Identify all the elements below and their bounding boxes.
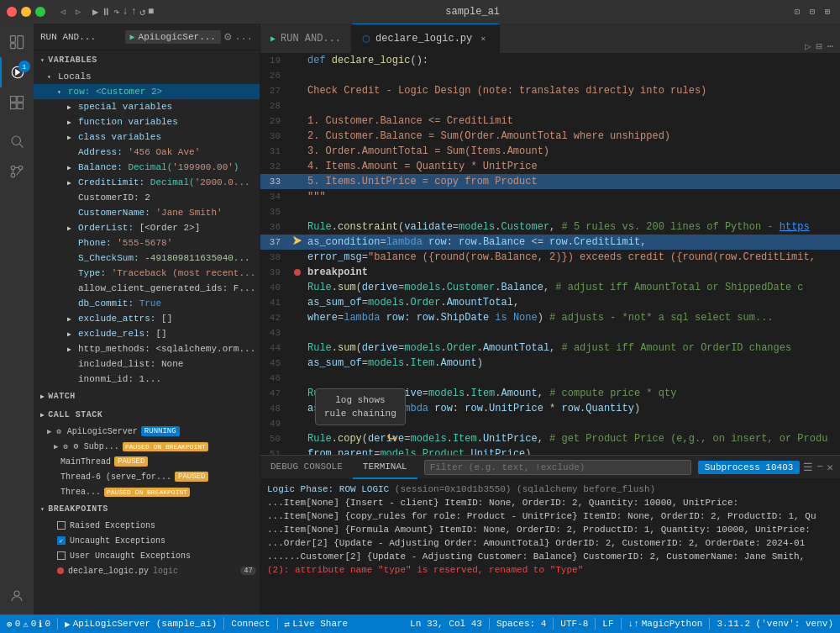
- creditlimit-chevron: ▶: [67, 179, 76, 187]
- filter-input[interactable]: [424, 460, 691, 475]
- var-special[interactable]: ▶ special variables: [34, 99, 260, 114]
- code-line-48: 48 as_expression=lambda row: row.UnitPri…: [260, 401, 840, 416]
- var-inonmi[interactable]: inonmi_id: 1...: [34, 372, 260, 387]
- activity-git[interactable]: [0, 156, 34, 187]
- bp-raised[interactable]: Raised Exceptions: [34, 518, 260, 533]
- ln-40: 40: [260, 280, 291, 295]
- activity-explorer[interactable]: [0, 27, 34, 57]
- minimize-button[interactable]: [21, 7, 31, 17]
- status-errors[interactable]: ⊗ 0 ⚠ 0 ℹ 0: [7, 619, 50, 630]
- variables-header[interactable]: ▾ VARIABLES: [34, 50, 260, 69]
- status-connect[interactable]: Connect: [231, 619, 270, 629]
- var-exclude-rels[interactable]: ▶ exclude_rels: []: [34, 326, 260, 341]
- more-icon[interactable]: ...: [234, 31, 253, 43]
- cs-mainthread[interactable]: MainThread PAUSED: [34, 454, 260, 469]
- debug-step-out[interactable]: ↑: [131, 6, 137, 18]
- var-function[interactable]: ▶ function variables: [34, 114, 260, 129]
- watch-label: WATCH: [48, 392, 76, 401]
- code-line-34: 34 """: [260, 189, 840, 204]
- status-share[interactable]: ⇄ Live Share: [285, 619, 349, 630]
- tab-close-icon[interactable]: ✕: [477, 33, 489, 45]
- split-icon[interactable]: ⊟: [806, 6, 818, 18]
- var-type[interactable]: Type: 'Traceback (most recent...: [34, 266, 260, 281]
- var-creditlimit[interactable]: ▶ CreditLimit: Decimal('2000.0...: [34, 175, 260, 190]
- list-icon[interactable]: ☰: [803, 461, 813, 474]
- ln-50: 50: [260, 431, 291, 446]
- svg-rect-0: [11, 36, 16, 43]
- activity-search[interactable]: [0, 126, 34, 156]
- debug-stop[interactable]: ■: [148, 6, 154, 18]
- activity-debug[interactable]: 1: [0, 57, 34, 87]
- var-customername[interactable]: CustomerName: 'Jane Smith': [34, 205, 260, 220]
- bp-declare-logic[interactable]: declare_logic.py logic 47: [34, 563, 260, 578]
- status-server[interactable]: ▶ ApiLogicServer (sample_ai): [65, 619, 217, 630]
- bp-raised-checkbox[interactable]: [57, 521, 66, 530]
- debug-pause[interactable]: ⏸: [101, 6, 111, 18]
- settings-icon[interactable]: ⚙: [224, 29, 231, 44]
- cs-thread6[interactable]: Thread-6 (serve_for... PAUSED: [34, 469, 260, 484]
- lc-31: 3. Order.AmountTotal = Sum(Items.Amount): [304, 144, 840, 159]
- activity-account[interactable]: [0, 581, 34, 611]
- cs-apilogicserver[interactable]: ▶ ⚙ ApiLogicServer RUNNING: [34, 424, 260, 439]
- activity-extensions[interactable]: [0, 87, 34, 118]
- cs-threa[interactable]: Threa... PAUSED ON BREAKPOINT: [34, 484, 260, 499]
- breakpoints-header[interactable]: ▾ BREAKPOINTS: [34, 499, 260, 518]
- var-balance[interactable]: ▶ Balance: Decimal('199900.00'): [34, 160, 260, 175]
- status-spaces[interactable]: Spaces: 4: [496, 619, 546, 629]
- tab-terminal[interactable]: TERMINAL: [353, 456, 417, 479]
- bp-user-uncaught[interactable]: User Uncaught Exceptions: [34, 548, 260, 563]
- var-schecksum[interactable]: S_CheckSum: -491809811635040...: [34, 251, 260, 266]
- close-button[interactable]: [7, 7, 17, 17]
- more-action-icon[interactable]: ⋯: [827, 40, 833, 53]
- tab-declare-logic[interactable]: ⬡ declare_logic.py ✕: [352, 24, 500, 53]
- run-action-icon[interactable]: ▷: [805, 40, 811, 53]
- var-exclude-attrs[interactable]: ▶ exclude_attrs: []: [34, 311, 260, 326]
- debug-controls[interactable]: ▶ ⏸ ↷ ↓ ↑ ↺ ■: [92, 6, 154, 18]
- status-eol[interactable]: LF: [602, 619, 613, 629]
- var-customerid[interactable]: CustomerID: 2: [34, 190, 260, 205]
- maximize-button[interactable]: [35, 7, 45, 17]
- var-http-methods[interactable]: ▶ http_methods: <sqlalchemy.orm...: [34, 341, 260, 356]
- var-phone[interactable]: Phone: '555-5678': [34, 235, 260, 251]
- var-address[interactable]: Address: '456 Oak Ave': [34, 145, 260, 160]
- debug-step-over[interactable]: ↷: [113, 6, 119, 18]
- traffic-lights[interactable]: [7, 7, 45, 17]
- var-orderlist[interactable]: ▶ OrderList: [<Order 2>]: [34, 220, 260, 235]
- bp-uncaught-checkbox[interactable]: ✓: [57, 536, 66, 545]
- status-language[interactable]: ↓↑ MagicPython: [628, 619, 703, 629]
- split-action-icon[interactable]: ⊟: [816, 40, 822, 53]
- server-status-label: ApiLogicServer (sample_ai): [73, 619, 218, 629]
- debug-restart[interactable]: ↺: [139, 6, 145, 18]
- bp-uncaught[interactable]: ✓ Uncaught Exceptions: [34, 533, 260, 548]
- debug-continue[interactable]: ▶: [92, 6, 98, 18]
- callstack-header[interactable]: ▶ CALL STACK: [34, 405, 260, 424]
- fullscreen-icon[interactable]: ⊞: [822, 6, 833, 18]
- bp-user-uncaught-checkbox[interactable]: [57, 551, 66, 560]
- layout-icon[interactable]: ⊡: [791, 6, 803, 18]
- var-db-commit[interactable]: db_commit: True: [34, 296, 260, 311]
- var-allow-client[interactable]: allow_client_generated_ids: F...: [34, 281, 260, 296]
- locals-header[interactable]: ▾ Locals: [34, 69, 260, 84]
- svg-rect-2: [18, 36, 24, 49]
- ln-32: 32: [260, 159, 291, 174]
- code-line-31: 31 3. Order.AmountTotal = Sum(Items.Amou…: [260, 144, 840, 159]
- debug-step-in[interactable]: ↓: [122, 6, 128, 18]
- lc-44: Rule.sum(derive=models.Order.AmountTotal…: [304, 340, 840, 356]
- status-position[interactable]: Ln 33, Col 43: [410, 619, 482, 629]
- var-included-list[interactable]: included_list: None: [34, 356, 260, 372]
- close-panel-icon[interactable]: ✕: [827, 461, 833, 474]
- minimize-panel-icon[interactable]: −: [816, 461, 823, 474]
- watch-header[interactable]: ▶ WATCH: [34, 387, 260, 405]
- tab-debug-console[interactable]: DEBUG CONSOLE: [260, 456, 353, 479]
- tab-run[interactable]: ▶ RUN AND...: [260, 24, 352, 53]
- back-button[interactable]: ◁: [57, 6, 69, 18]
- cs-subp[interactable]: ▶ ⚙ ⚙ Subp... PAUSED ON BREAKPOINT: [34, 439, 260, 454]
- status-python[interactable]: 3.11.2 ('venv': venv): [717, 619, 833, 629]
- status-encoding[interactable]: UTF-8: [560, 619, 588, 629]
- bp-badge: 47: [240, 567, 256, 575]
- forward-button[interactable]: ▷: [72, 6, 84, 18]
- var-row-customer[interactable]: ▾ row: <Customer 2>: [34, 84, 260, 99]
- debug-run-icon: ▶: [65, 619, 71, 630]
- var-class[interactable]: ▶ class variables: [34, 129, 260, 145]
- server-selector[interactable]: ▶ ApiLogicSer...: [125, 30, 221, 44]
